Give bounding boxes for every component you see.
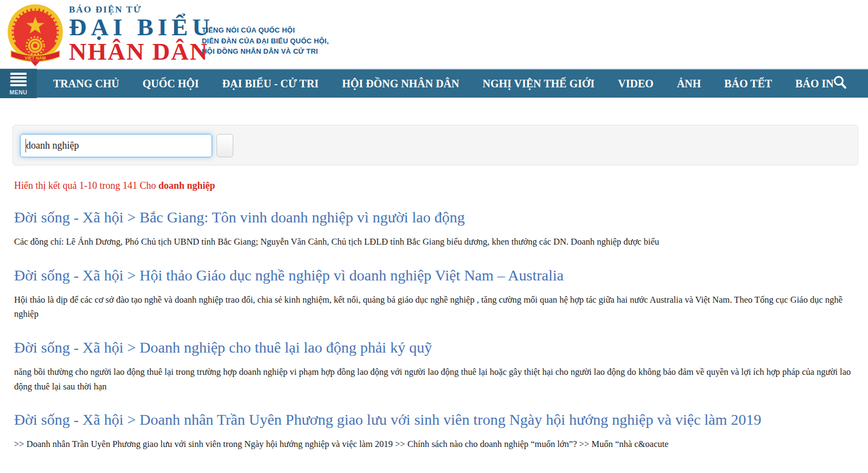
tagline-line: TIẾNG NÓI CỦA QUỐC HỘI — [202, 25, 329, 36]
results-summary-prefix: Hiển thị kết quả 1-10 trong 141 Cho — [14, 180, 158, 191]
result-item: Đời sống - Xã hội > Doanh nghiệp cho thu… — [14, 338, 856, 394]
vietnam-national-emblem-icon: VIỆT NAM — [7, 3, 64, 67]
nav-item-hoi-dong-nhan-dan[interactable]: HỘI ĐỒNG NHÂN DÂN — [342, 78, 459, 90]
tagline-line: DIỄN ĐÀN CỦA ĐẠI BIỂU QUỐC HỘI, — [202, 36, 329, 47]
emblem-caption: VIỆT NAM — [25, 55, 46, 61]
results-summary: Hiển thị kết quả 1-10 trong 141 Cho doan… — [14, 180, 868, 191]
search-input[interactable] — [20, 134, 212, 157]
result-snippet: năng bồi thường cho người lao động thuê … — [14, 365, 856, 394]
result-title-link[interactable]: Đời sống - Xã hội > Doanh nhân Trần Uyên… — [14, 410, 856, 430]
result-title-link[interactable]: Đời sống - Xã hội > Doanh nghiệp cho thu… — [14, 338, 856, 358]
result-snippet: >> Doanh nhân Trần Uyên Phương giao lưu … — [14, 437, 856, 452]
nav-item-quoc-hoi[interactable]: QUỐC HỘI — [143, 78, 199, 90]
result-item: Đời sống - Xã hội > Doanh nhân Trần Uyên… — [14, 410, 856, 452]
result-item: Đời sống - Xã hội > Bắc Giang: Tôn vinh … — [14, 208, 856, 250]
nav-item-dai-bieu-cu-tri[interactable]: ĐẠI BIỂU - CỬ TRI — [222, 78, 319, 90]
result-title-link[interactable]: Đời sống - Xã hội > Hội thảo Giáo dục ng… — [14, 266, 856, 286]
search-submit-button[interactable] — [216, 134, 233, 157]
result-title-link[interactable]: Đời sống - Xã hội > Bắc Giang: Tôn vinh … — [14, 208, 856, 228]
nav-item-trang-chu[interactable]: TRANG CHỦ — [53, 78, 119, 90]
nav-item-video[interactable]: VIDEO — [618, 78, 654, 90]
menu-button[interactable]: MENU — [0, 69, 37, 98]
results-list: Đời sống - Xã hội > Bắc Giang: Tôn vinh … — [14, 208, 856, 452]
result-snippet: Các đồng chí: Lê Ánh Dương, Phó Chủ tịch… — [14, 235, 856, 250]
hamburger-icon — [10, 72, 27, 87]
nav-item-anh[interactable]: ẢNH — [677, 78, 701, 90]
results-summary-term: doanh nghiệp — [158, 180, 215, 191]
logo-title-line2: NHÂN DÂN — [69, 40, 214, 63]
site-tagline: TIẾNG NÓI CỦA QUỐC HỘI DIỄN ĐÀN CỦA ĐẠI … — [202, 25, 329, 57]
nav-item-bao-in[interactable]: BÁO IN — [795, 78, 834, 90]
main-nav: MENU TRANG CHỦ QUỐC HỘI ĐẠI BIỂU - CỬ TR… — [0, 68, 868, 98]
nav-item-bao-tet[interactable]: BÁO TẾT — [724, 78, 772, 90]
search-icon[interactable] — [832, 75, 847, 92]
site-logo[interactable]: BÁO ĐIỆN TỬ ĐẠI BIỂU NHÂN DÂN — [69, 4, 214, 63]
text-cursor — [25, 139, 26, 152]
result-snippet: Hội thảo là dịp để các cơ sở đào tạo ngh… — [14, 293, 856, 322]
menu-button-label: MENU — [10, 89, 28, 95]
result-item: Đời sống - Xã hội > Hội thảo Giáo dục ng… — [14, 266, 856, 322]
tagline-line: HỘI ĐỒNG NHÂN DÂN VÀ CỬ TRI — [202, 46, 329, 57]
search-input-wrap — [20, 134, 212, 157]
logo-title-line1: ĐẠI BIỂU — [69, 15, 214, 40]
nav-item-nghi-vien-the-gioi[interactable]: NGHỊ VIỆN THẾ GIỚI — [483, 78, 595, 90]
site-header: VIỆT NAM BÁO ĐIỆN TỬ ĐẠI BIỂU NHÂN DÂN T… — [0, 0, 868, 68]
search-panel — [12, 125, 858, 165]
